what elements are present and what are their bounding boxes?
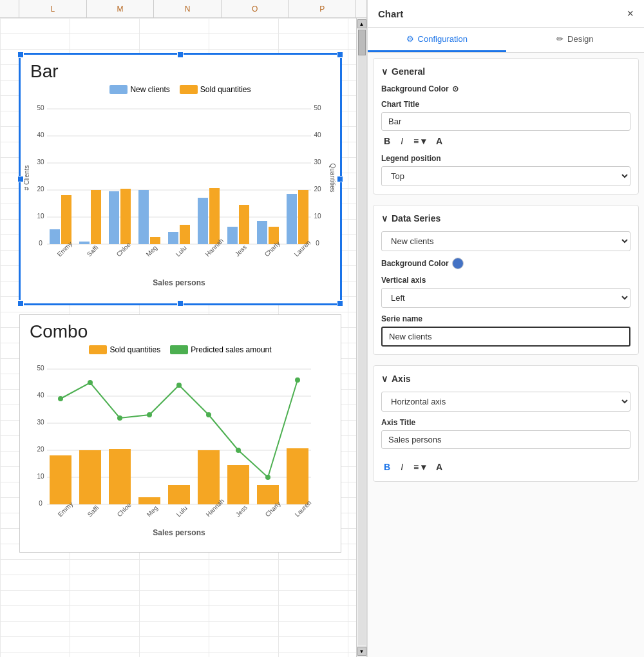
series-select[interactable]: New clients Sold quantities xyxy=(381,231,630,251)
svg-text:50: 50 xyxy=(37,104,44,111)
axis-italic-button[interactable]: I xyxy=(398,461,406,473)
bar-chart-container[interactable]: Bar New clients Sold quantities 50 40 xyxy=(19,53,341,305)
bg-color-field: Background Color ⊙ xyxy=(381,84,630,93)
combo-chart-container[interactable]: Combo Sold quantities Predicted sales am… xyxy=(19,314,341,553)
serie-name-field: Serie name xyxy=(381,314,630,347)
sold-qty-swatch xyxy=(180,85,198,94)
svg-text:50: 50 xyxy=(37,365,44,372)
configuration-icon: ⚙ xyxy=(406,34,414,44)
scroll-up-btn[interactable]: ▲ xyxy=(357,19,366,28)
align-button[interactable]: ≡ ▾ xyxy=(411,135,428,148)
svg-text:Saffi: Saffi xyxy=(86,244,100,258)
axis-font-size-button[interactable]: A xyxy=(433,461,445,473)
svg-text:10: 10 xyxy=(37,473,44,480)
design-tab-label: Design xyxy=(567,34,593,44)
serie-name-input[interactable] xyxy=(381,327,630,347)
svg-rect-29 xyxy=(180,225,190,244)
axis-bold-button[interactable]: B xyxy=(381,461,393,473)
font-size-button[interactable]: A xyxy=(433,135,445,148)
handle-mid-left[interactable] xyxy=(17,176,24,182)
general-section: ∨ General Background Color ⊙ Chart Title… xyxy=(373,58,639,195)
axis-title-format-toolbar: B I ≡ ▾ A xyxy=(381,461,630,473)
svg-text:30: 30 xyxy=(314,158,321,166)
handle-bot-left[interactable] xyxy=(17,300,24,307)
new-clients-label: New clients xyxy=(130,85,169,94)
svg-point-71 xyxy=(117,415,122,421)
series-color-circle[interactable] xyxy=(452,258,464,269)
svg-rect-20 xyxy=(50,229,60,244)
svg-text:Meg: Meg xyxy=(145,244,159,258)
scroll-track[interactable] xyxy=(358,30,366,645)
bar-chart-title: Bar xyxy=(21,55,340,82)
svg-rect-27 xyxy=(150,237,160,244)
legend-position-field: Legend position Top Bottom Left Right No… xyxy=(381,154,630,186)
legend-position-select[interactable]: Top Bottom Left Right None xyxy=(381,166,630,186)
svg-text:50: 50 xyxy=(314,104,321,111)
general-arrow: ∨ xyxy=(381,66,388,77)
scrollbar[interactable]: ▲ ▼ xyxy=(356,18,366,657)
series-select-field: New clients Sold quantities xyxy=(381,231,630,251)
tab-design[interactable]: ✏ Design xyxy=(506,28,645,52)
svg-rect-22 xyxy=(79,242,90,244)
axis-title-label: Axis Title xyxy=(381,418,630,427)
axis-title-input[interactable] xyxy=(381,430,630,449)
svg-text:Jess: Jess xyxy=(234,504,249,518)
svg-text:10: 10 xyxy=(37,213,44,220)
svg-rect-26 xyxy=(138,190,149,244)
close-button[interactable]: × xyxy=(627,8,634,19)
handle-bot-right[interactable] xyxy=(337,300,343,307)
svg-rect-36 xyxy=(287,194,297,244)
svg-rect-21 xyxy=(61,195,71,244)
tab-configuration[interactable]: ⚙ Configuration xyxy=(368,28,506,52)
design-icon: ✏ xyxy=(556,34,564,44)
handle-bot-mid[interactable] xyxy=(177,300,184,307)
italic-button[interactable]: I xyxy=(398,135,406,148)
svg-rect-65 xyxy=(198,450,220,504)
panel-header: Chart × xyxy=(368,0,644,28)
combo-sold-label: Sold quantities xyxy=(109,345,160,354)
vertical-axis-select[interactable]: Left Right xyxy=(381,288,630,308)
data-series-section: ∨ Data Series New clients Sold quantitie… xyxy=(373,205,639,355)
svg-point-69 xyxy=(58,396,63,401)
svg-text:30: 30 xyxy=(37,158,44,166)
general-section-title: ∨ General xyxy=(381,66,630,77)
scroll-thumb[interactable] xyxy=(358,30,366,55)
axis-section-title: ∨ Axis xyxy=(381,374,630,384)
chart-title-input[interactable] xyxy=(381,112,630,131)
handle-top-mid[interactable] xyxy=(177,52,184,58)
bold-button[interactable]: B xyxy=(381,135,393,148)
handle-mid-right[interactable] xyxy=(337,176,343,182)
svg-rect-37 xyxy=(298,190,308,244)
series-bg-color-field: Background Color xyxy=(381,258,630,269)
svg-text:0: 0 xyxy=(39,500,43,507)
spreadsheet-area: L M N O P Bar New c xyxy=(0,0,367,657)
chart-title-field: Chart Title B I ≡ ▾ A xyxy=(381,100,630,148)
svg-point-73 xyxy=(176,383,182,388)
color-wheel-icon[interactable]: ⊙ xyxy=(452,84,459,93)
vertical-axis-field: Vertical axis Left Right xyxy=(381,276,630,308)
sold-qty-label: Sold quantities xyxy=(200,85,251,94)
svg-rect-66 xyxy=(227,465,249,504)
data-series-section-title: ∨ Data Series xyxy=(381,213,630,224)
col-header-O: O xyxy=(222,0,289,17)
combo-sold-swatch xyxy=(89,345,107,354)
bg-color-label: Background Color ⊙ xyxy=(381,84,630,93)
col-header-P: P xyxy=(289,0,356,17)
handle-top-right[interactable] xyxy=(337,52,343,58)
vertical-axis-label: Vertical axis xyxy=(381,276,630,285)
svg-rect-33 xyxy=(239,205,249,244)
svg-text:40: 40 xyxy=(37,392,44,399)
scroll-down-btn[interactable]: ▼ xyxy=(357,647,366,656)
combo-chart-svg: 50 40 30 20 10 0 xyxy=(23,357,338,538)
svg-point-77 xyxy=(295,377,300,383)
handle-top-left[interactable] xyxy=(17,52,24,58)
axis-type-select[interactable]: Horizontal axis Vertical axis (left) Ver… xyxy=(381,392,630,412)
axis-align-button[interactable]: ≡ ▾ xyxy=(411,461,428,473)
configuration-tab-label: Configuration xyxy=(418,34,468,44)
svg-text:Meg: Meg xyxy=(146,504,160,519)
svg-rect-34 xyxy=(257,221,267,244)
svg-rect-63 xyxy=(138,497,160,504)
svg-text:# Clients: # Clients xyxy=(23,166,30,191)
svg-rect-68 xyxy=(287,448,308,504)
axis-type-field: Horizontal axis Vertical axis (left) Ver… xyxy=(381,392,630,412)
